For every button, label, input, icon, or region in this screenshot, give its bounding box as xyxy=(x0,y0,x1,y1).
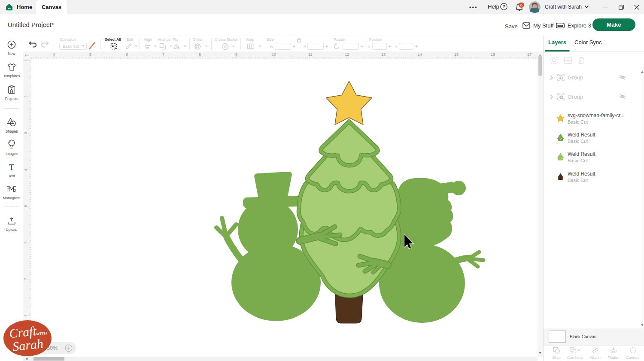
svg-text:6: 6 xyxy=(520,3,522,7)
svg-text:WITH: WITH xyxy=(36,331,47,337)
svg-text:?: ? xyxy=(502,4,505,9)
svg-text:T: T xyxy=(9,163,14,171)
svg-text:Sarah: Sarah xyxy=(12,336,44,353)
